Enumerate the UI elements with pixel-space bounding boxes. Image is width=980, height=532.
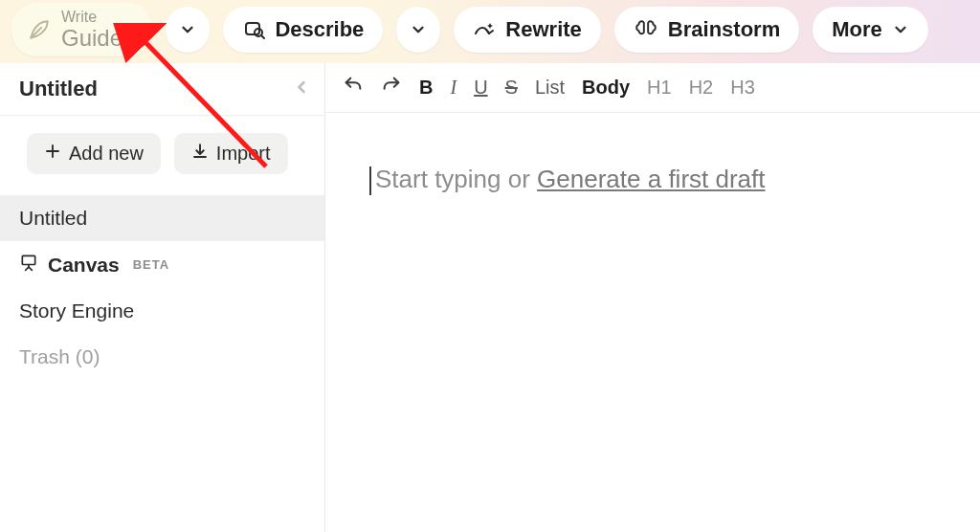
sidebar-item-untitled[interactable]: Untitled [0, 195, 324, 241]
generate-first-draft-link[interactable]: Generate a first draft [537, 165, 765, 193]
add-new-label: Add new [69, 143, 144, 165]
text-cursor [369, 166, 371, 195]
svg-line-10 [29, 267, 32, 270]
main-area: Untitled Add new Import Untitled [0, 63, 980, 532]
undo-button[interactable] [343, 75, 364, 100]
brainstorm-label: Brainstorm [668, 17, 780, 42]
sidebar-header: Untitled [0, 63, 324, 116]
underline-button[interactable]: U [474, 77, 487, 99]
undo-icon [343, 75, 364, 96]
easel-icon [19, 253, 38, 277]
editor-content[interactable]: Start typing or Generate a first draft [325, 113, 980, 195]
document-title: Untitled [19, 77, 98, 101]
plus-icon [44, 143, 61, 165]
sidebar-list: Untitled Canvas BETA Story Engine Trash … [0, 195, 324, 380]
beta-badge: BETA [133, 257, 169, 272]
format-toolbar: B I U S List Body H1 H2 H3 [325, 63, 980, 113]
sidebar-item-story-engine[interactable]: Story Engine [0, 288, 324, 334]
sidebar-item-label: Trash (0) [19, 345, 100, 368]
h2-button[interactable]: H2 [689, 77, 714, 99]
chevron-down-icon [892, 21, 909, 38]
more-label: More [832, 17, 882, 42]
rewrite-label: Rewrite [505, 17, 581, 42]
redo-icon [381, 75, 402, 96]
editor-placeholder: Start typing or [375, 165, 537, 193]
write-mode: Guided [61, 26, 135, 50]
describe-label: Describe [275, 17, 364, 42]
brain-icon [634, 17, 658, 42]
describe-dropdown[interactable] [396, 7, 440, 53]
rewrite-icon [473, 18, 496, 41]
svg-line-2 [261, 35, 264, 38]
chevron-down-icon [179, 21, 196, 38]
sidebar-item-trash[interactable]: Trash (0) [0, 334, 324, 380]
describe-button[interactable]: Describe [223, 7, 383, 53]
chevron-left-icon [292, 78, 311, 97]
sidebar: Untitled Add new Import Untitled [0, 63, 325, 532]
sidebar-item-label: Canvas [48, 254, 120, 277]
editor-pane: B I U S List Body H1 H2 H3 Start typing … [325, 63, 980, 532]
body-style-button[interactable]: Body [582, 77, 630, 99]
import-button[interactable]: Import [174, 133, 288, 174]
feather-icon [27, 17, 52, 42]
redo-button[interactable] [381, 75, 402, 100]
sidebar-item-canvas[interactable]: Canvas BETA [0, 241, 324, 288]
h3-button[interactable]: H3 [730, 77, 755, 99]
sidebar-actions: Add new Import [0, 116, 324, 195]
write-mode-button[interactable]: Write Guided [11, 3, 152, 56]
download-icon [191, 143, 209, 165]
h1-button[interactable]: H1 [647, 77, 672, 99]
sidebar-item-label: Untitled [19, 207, 87, 230]
brainstorm-button[interactable]: Brainstorm [614, 7, 799, 53]
chevron-down-icon [410, 21, 427, 38]
describe-icon [242, 18, 265, 41]
more-button[interactable]: More [813, 7, 928, 53]
bold-button[interactable]: B [419, 77, 433, 99]
collapse-sidebar-button[interactable] [292, 78, 311, 100]
add-new-button[interactable]: Add new [27, 133, 161, 174]
list-button[interactable]: List [535, 77, 565, 99]
sidebar-item-label: Story Engine [19, 299, 134, 322]
strike-button[interactable]: S [505, 77, 518, 99]
write-dropdown[interactable] [166, 7, 210, 53]
rewrite-button[interactable]: Rewrite [454, 7, 600, 53]
write-label: Write [61, 10, 135, 26]
svg-rect-7 [22, 255, 34, 264]
import-label: Import [216, 143, 271, 165]
italic-button[interactable]: I [450, 77, 457, 99]
top-toolbar: Write Guided Describe Rewrite Brainstorm… [0, 0, 980, 63]
